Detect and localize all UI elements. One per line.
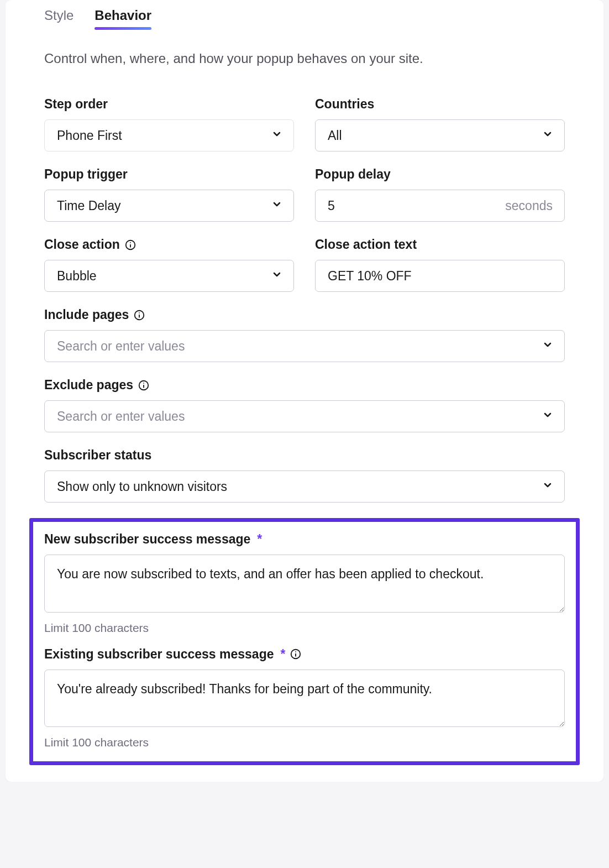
select-step-order-value: Phone First — [57, 128, 122, 143]
textarea-existing-subscriber-msg[interactable] — [44, 670, 565, 728]
label-new-subscriber-msg-text: New subscriber success message — [44, 532, 250, 547]
field-countries: Countries All — [315, 97, 565, 151]
field-close-action-text: Close action text — [315, 237, 565, 292]
label-existing-subscriber-msg-text: Existing subscriber success message — [44, 647, 274, 662]
input-popup-delay[interactable] — [315, 190, 565, 222]
chevron-down-icon — [542, 479, 553, 494]
select-popup-trigger-value: Time Delay — [57, 198, 120, 213]
info-icon[interactable] — [124, 239, 136, 251]
label-exclude-pages-text: Exclude pages — [44, 378, 133, 393]
field-step-order: Step order Phone First — [44, 97, 294, 151]
info-icon[interactable] — [133, 309, 145, 321]
label-new-subscriber-msg: New subscriber success message * — [44, 532, 565, 547]
label-close-action-text: Close action text — [315, 237, 565, 252]
field-exclude-pages: Exclude pages Search or enter values — [44, 378, 565, 432]
label-popup-trigger: Popup trigger — [44, 167, 294, 182]
chevron-down-icon — [542, 409, 553, 424]
svg-point-5 — [139, 312, 140, 313]
helper-existing-subscriber-msg: Limit 100 characters — [44, 736, 565, 749]
input-close-action-text[interactable] — [315, 260, 565, 292]
info-icon[interactable] — [138, 379, 150, 391]
highlight-success-messages: New subscriber success message * Limit 1… — [29, 518, 580, 765]
label-close-action: Close action — [44, 237, 294, 252]
svg-point-11 — [296, 651, 297, 652]
chevron-down-icon — [271, 128, 282, 143]
field-new-subscriber-msg: New subscriber success message * Limit 1… — [44, 532, 565, 635]
combo-exclude-pages-placeholder: Search or enter values — [57, 409, 185, 424]
label-popup-delay: Popup delay — [315, 167, 565, 182]
field-existing-subscriber-msg: Existing subscriber success message * Li… — [44, 647, 565, 750]
label-include-pages: Include pages — [44, 307, 565, 322]
label-step-order: Step order — [44, 97, 294, 112]
select-subscriber-status-value: Show only to unknown visitors — [57, 479, 227, 494]
tabs: Style Behavior — [44, 0, 565, 29]
field-include-pages: Include pages Search or enter values — [44, 307, 565, 362]
select-step-order[interactable]: Phone First — [44, 119, 294, 151]
label-include-pages-text: Include pages — [44, 307, 129, 322]
field-popup-trigger: Popup trigger Time Delay — [44, 167, 294, 222]
field-close-action: Close action Bubble — [44, 237, 294, 292]
required-asterisk: * — [257, 532, 262, 547]
combo-include-pages[interactable]: Search or enter values — [44, 330, 565, 362]
helper-new-subscriber-msg: Limit 100 characters — [44, 621, 565, 635]
select-countries[interactable]: All — [315, 119, 565, 151]
chevron-down-icon — [271, 198, 282, 213]
select-close-action[interactable]: Bubble — [44, 260, 294, 292]
field-subscriber-status: Subscriber status Show only to unknown v… — [44, 448, 565, 503]
chevron-down-icon — [542, 128, 553, 143]
intro-text: Control when, where, and how your popup … — [44, 51, 565, 66]
chevron-down-icon — [271, 269, 282, 284]
label-countries: Countries — [315, 97, 565, 112]
tab-style[interactable]: Style — [44, 8, 74, 29]
label-exclude-pages: Exclude pages — [44, 378, 565, 393]
info-icon[interactable] — [290, 648, 302, 660]
required-asterisk: * — [281, 647, 286, 662]
select-popup-trigger[interactable]: Time Delay — [44, 190, 294, 222]
svg-point-2 — [130, 242, 131, 243]
label-close-action-text: Close action — [44, 237, 120, 252]
label-subscriber-status: Subscriber status — [44, 448, 565, 463]
select-close-action-value: Bubble — [57, 269, 97, 284]
select-countries-value: All — [328, 128, 342, 143]
combo-include-pages-placeholder: Search or enter values — [57, 339, 185, 354]
label-existing-subscriber-msg: Existing subscriber success message * — [44, 647, 565, 662]
tab-behavior[interactable]: Behavior — [95, 8, 151, 29]
combo-exclude-pages[interactable]: Search or enter values — [44, 400, 565, 432]
textarea-new-subscriber-msg[interactable] — [44, 555, 565, 613]
select-subscriber-status[interactable]: Show only to unknown visitors — [44, 470, 565, 503]
field-popup-delay: Popup delay seconds — [315, 167, 565, 222]
behavior-settings-card: Style Behavior Control when, where, and … — [6, 0, 603, 782]
svg-point-8 — [143, 382, 144, 383]
chevron-down-icon — [542, 339, 553, 354]
